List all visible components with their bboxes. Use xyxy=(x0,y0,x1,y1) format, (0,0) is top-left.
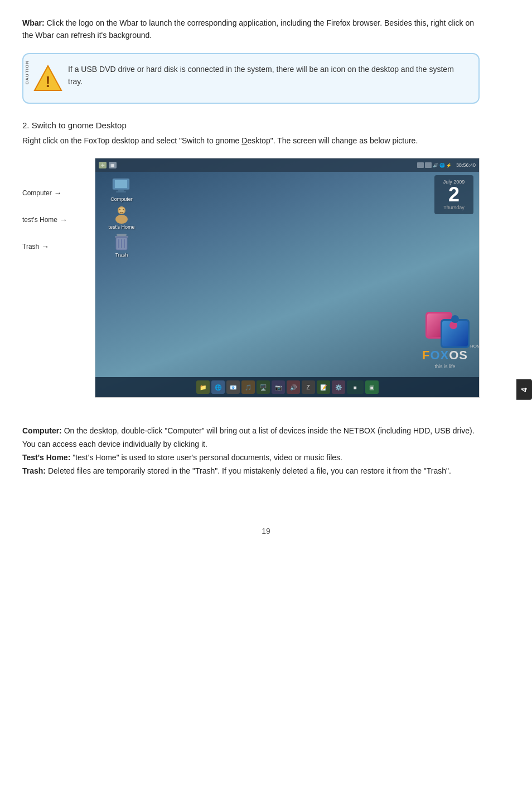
desktop-icons: Computer xyxy=(107,177,137,258)
svg-rect-11 xyxy=(117,234,127,236)
trash-arrow-icon xyxy=(41,242,49,251)
tb-icon-11: ■ xyxy=(347,380,364,394)
page-content: Wbar: Click the logo on the Wbar to laun… xyxy=(0,0,502,504)
tb-icon-2: 🌐 xyxy=(211,380,225,394)
computer-svg-icon xyxy=(112,177,132,195)
trash-icon xyxy=(112,233,132,251)
computer-description: Computer: On the desktop, double-click "… xyxy=(22,425,480,451)
computer-desc-text: On the desktop, double-click "Computer" … xyxy=(22,426,475,449)
wbar-text: Click the logo on the Wbar to launch the… xyxy=(22,18,474,40)
taskbar-move-icon: ✛ xyxy=(99,162,107,168)
tb-icon-1: 📁 xyxy=(196,380,210,394)
foxos-home-label: HOME xyxy=(470,344,480,349)
caution-badge: CAUTION ! xyxy=(29,60,62,94)
home-description: Test's Home: "test's Home" is used to st… xyxy=(22,451,480,465)
caution-text: If a USB DVD drive or hard disk is conne… xyxy=(68,63,467,88)
calendar-day: 2 xyxy=(448,185,460,205)
svg-point-7 xyxy=(115,215,128,224)
desktop-wrapper: Computer test's Home Trash ✛ xyxy=(22,158,480,411)
trash-desc-label: Trash: xyxy=(22,466,46,475)
foxos-puzzle-svg xyxy=(423,309,473,354)
tb-icon-3: 📧 xyxy=(226,380,240,394)
home-desc-label: Test's Home: xyxy=(22,453,70,462)
tb-icon-7: 🔊 xyxy=(287,380,300,394)
computer-icon-label: Computer xyxy=(110,196,133,202)
svg-rect-4 xyxy=(118,190,124,191)
trash-svg-icon xyxy=(113,233,130,252)
tray-icon-4: 🌐 xyxy=(439,163,445,168)
svg-point-8 xyxy=(119,208,124,213)
trash-desc-text: Deleted files are temporarily stored in … xyxy=(46,466,451,475)
svg-point-10 xyxy=(123,209,124,210)
arrow-label-home: test's Home xyxy=(22,215,84,224)
caution-box: CAUTION ! If a USB DVD drive or hard dis… xyxy=(22,53,480,104)
home-desc-text: "test's Home" is used to store user's pe… xyxy=(70,453,342,462)
section2-intro: Right click on the FoxTop desktop and se… xyxy=(22,134,480,147)
taskbar-icons-group: 🔊 🌐 ⚡ xyxy=(417,162,452,168)
section2-intro-text: Right click on the FoxTop desktop and se… xyxy=(22,136,418,145)
tb-icon-12: ▣ xyxy=(365,380,379,394)
tb-icon-8: Z xyxy=(302,380,315,394)
svg-point-9 xyxy=(119,209,120,210)
taskbar-grid-icon: ▦ xyxy=(109,162,117,168)
tray-icon-5: ⚡ xyxy=(446,163,452,168)
desktop-mockup: ✛ ▦ 🔊 🌐 ⚡ 38:56:40 xyxy=(95,158,480,398)
foxos-brand: FOXOS HOME xyxy=(422,348,468,363)
computer-icon xyxy=(112,177,132,195)
home-arrow-label: test's Home xyxy=(22,216,57,224)
description-section: Computer: On the desktop, double-click "… xyxy=(22,425,480,478)
svg-point-22 xyxy=(451,315,459,323)
home-icon xyxy=(112,205,132,223)
desktop-icon-computer[interactable]: Computer xyxy=(107,177,137,202)
taskbar-bottom: 📁 🌐 📧 🎵 🖥️ 📷 🔊 Z 📝 ⚙️ ■ ▣ xyxy=(95,377,479,397)
foxos-logo: FOXOS HOME this is life xyxy=(422,309,468,369)
taskbar-top: ✛ ▦ 🔊 🌐 ⚡ 38:56:40 xyxy=(95,158,479,172)
tb-icon-10: ⚙️ xyxy=(332,380,345,394)
calendar-widget: July 2009 2 Thursday xyxy=(434,175,473,214)
calendar-weekday: Thursday xyxy=(443,205,465,210)
computer-arrow-label: Computer xyxy=(22,189,52,197)
caution-message: If a USB DVD drive or hard disk is conne… xyxy=(68,65,454,86)
arrow-labels-column: Computer test's Home Trash xyxy=(22,158,84,251)
tb-icon-4: 🎵 xyxy=(241,380,255,394)
tray-icon-3: 🔊 xyxy=(433,163,438,168)
tb-icon-9: 📝 xyxy=(317,380,330,394)
wbar-label: Wbar: xyxy=(22,18,45,27)
arrow-label-computer: Computer xyxy=(22,189,84,197)
caution-triangle-icon: ! xyxy=(33,65,62,93)
desktop-background xyxy=(95,158,479,397)
trash-arrow-label: Trash xyxy=(22,243,39,250)
arrow-label-trash: Trash xyxy=(22,242,84,251)
foxos-puzzle-icon xyxy=(423,309,467,348)
svg-rect-3 xyxy=(115,180,127,188)
page-tab: 4 xyxy=(516,379,532,400)
desktop-icon-home[interactable]: test's Home xyxy=(107,205,137,230)
tb-icon-6: 📷 xyxy=(272,380,285,394)
svg-text:!: ! xyxy=(45,73,50,90)
tray-icon-2 xyxy=(425,162,432,168)
tray-icon-1 xyxy=(417,162,424,168)
trash-icon-label: Trash xyxy=(115,252,128,258)
foxos-tagline: this is life xyxy=(422,364,468,369)
section2-heading: 2. Switch to gnome Desktop xyxy=(22,120,480,130)
page-number: 19 xyxy=(0,527,532,536)
taskbar-time: 38:56:40 xyxy=(456,162,476,168)
home-arrow-icon xyxy=(60,215,67,224)
taskbar-top-right: 🔊 🌐 ⚡ 38:56:40 xyxy=(417,162,476,168)
svg-rect-5 xyxy=(116,191,126,192)
home-svg-icon xyxy=(112,205,132,224)
caution-label: CAUTION xyxy=(25,60,30,84)
foxos-brand-text: FOXOS xyxy=(422,348,468,362)
computer-desc-label: Computer: xyxy=(22,426,62,435)
intro-paragraph: Wbar: Click the logo on the Wbar to laun… xyxy=(22,17,480,42)
tb-icon-5: 🖥️ xyxy=(257,380,270,394)
computer-arrow-icon xyxy=(54,189,62,197)
trash-description: Trash: Deleted files are temporarily sto… xyxy=(22,465,480,478)
desktop-icon-trash[interactable]: Trash xyxy=(107,233,137,258)
taskbar-top-left: ✛ ▦ xyxy=(99,162,117,168)
home-icon-label: test's Home xyxy=(108,224,134,230)
